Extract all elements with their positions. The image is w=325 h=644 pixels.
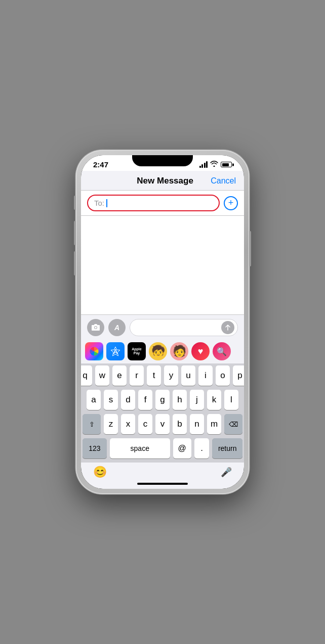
key-y[interactable]: y bbox=[164, 365, 178, 386]
volume-up-button[interactable] bbox=[74, 221, 76, 245]
nav-title: New Message bbox=[137, 176, 193, 186]
keyboard-row-3: ⇧ z x c v b n m ⌫ bbox=[83, 414, 242, 434]
key-n[interactable]: n bbox=[190, 414, 204, 434]
status-time: 2:47 bbox=[93, 160, 108, 169]
key-u[interactable]: u bbox=[181, 365, 195, 386]
notch bbox=[132, 155, 193, 166]
at-key[interactable]: @ bbox=[173, 438, 191, 458]
keyboard-row-2: a s d f g h j k l bbox=[83, 390, 242, 410]
key-a[interactable]: a bbox=[87, 390, 101, 410]
mic-button[interactable]: 🎤 bbox=[221, 467, 232, 478]
photos-app-icon[interactable] bbox=[85, 342, 103, 360]
to-label: To: bbox=[94, 199, 104, 207]
message-area[interactable] bbox=[81, 216, 244, 314]
key-b[interactable]: b bbox=[173, 414, 187, 434]
delete-key[interactable]: ⌫ bbox=[224, 414, 242, 434]
key-x[interactable]: x bbox=[121, 414, 135, 434]
power-button[interactable] bbox=[249, 231, 251, 266]
appstore-app-icon[interactable]: A bbox=[106, 342, 125, 360]
add-contact-button[interactable]: + bbox=[224, 196, 238, 210]
key-c[interactable]: c bbox=[138, 414, 152, 434]
volume-down-button[interactable] bbox=[74, 251, 76, 275]
toolbar: A bbox=[81, 314, 244, 340]
svg-text:A: A bbox=[113, 348, 118, 355]
key-z[interactable]: z bbox=[104, 414, 118, 434]
shift-key[interactable]: ⇧ bbox=[83, 414, 101, 434]
key-m[interactable]: m bbox=[207, 414, 221, 434]
globe-app-icon[interactable]: 🔍 bbox=[213, 342, 231, 360]
keyboard-row-1: q w e r t y u i o p bbox=[83, 365, 242, 386]
cancel-button[interactable]: Cancel bbox=[211, 176, 236, 186]
svg-point-1 bbox=[95, 327, 97, 329]
keyboard: q w e r t y u i o p a s d f g h bbox=[81, 363, 244, 463]
phone-screen: 2:47 bbox=[81, 155, 244, 489]
emoji-button[interactable]: 😊 bbox=[93, 466, 107, 479]
numbers-key[interactable]: 123 bbox=[83, 438, 107, 458]
to-input-field[interactable]: To: bbox=[87, 195, 220, 211]
wifi-icon bbox=[210, 161, 218, 168]
key-t[interactable]: t bbox=[147, 365, 161, 386]
key-w[interactable]: w bbox=[95, 365, 109, 386]
bottom-bar: 😊 🎤 bbox=[81, 463, 244, 481]
key-s[interactable]: s bbox=[104, 390, 118, 410]
key-l[interactable]: l bbox=[224, 390, 238, 410]
key-i[interactable]: i bbox=[198, 365, 213, 386]
memoji1-app-icon[interactable]: 🧒 bbox=[149, 342, 167, 360]
key-e[interactable]: e bbox=[112, 365, 127, 386]
to-field-container: To: + bbox=[81, 191, 244, 216]
home-bar[interactable] bbox=[137, 483, 188, 485]
battery-icon bbox=[221, 162, 232, 167]
camera-button[interactable] bbox=[87, 319, 104, 336]
message-input[interactable] bbox=[130, 319, 238, 336]
mute-button[interactable] bbox=[74, 196, 76, 210]
app-strip: A ApplePay 🧒 🧑 ♥ bbox=[81, 340, 244, 363]
heart-app-icon[interactable]: ♥ bbox=[191, 342, 210, 360]
return-key[interactable]: return bbox=[212, 438, 242, 458]
dot-key[interactable]: . bbox=[194, 438, 210, 458]
screen-content: 2:47 bbox=[81, 155, 244, 489]
app-store-button[interactable]: A bbox=[108, 319, 126, 336]
key-r[interactable]: r bbox=[130, 365, 144, 386]
nav-bar: New Message Cancel bbox=[81, 171, 244, 191]
key-o[interactable]: o bbox=[216, 365, 230, 386]
phone-frame: 2:47 bbox=[76, 150, 249, 494]
space-key[interactable]: space bbox=[110, 438, 170, 458]
key-v[interactable]: v bbox=[155, 414, 170, 434]
applepay-app-icon[interactable]: ApplePay bbox=[128, 342, 146, 360]
status-icons bbox=[199, 161, 232, 168]
battery-fill bbox=[222, 163, 229, 166]
send-button[interactable] bbox=[221, 321, 234, 334]
key-g[interactable]: g bbox=[155, 390, 170, 410]
key-p[interactable]: p bbox=[233, 365, 244, 386]
key-h[interactable]: h bbox=[173, 390, 187, 410]
key-q[interactable]: q bbox=[81, 365, 92, 386]
key-f[interactable]: f bbox=[138, 390, 152, 410]
key-d[interactable]: d bbox=[121, 390, 135, 410]
signal-icon bbox=[199, 161, 208, 168]
keyboard-row-4: 123 space @ . return bbox=[83, 438, 242, 458]
home-indicator-area bbox=[81, 481, 244, 489]
key-j[interactable]: j bbox=[190, 390, 204, 410]
memoji2-app-icon[interactable]: 🧑 bbox=[170, 342, 188, 360]
cursor bbox=[106, 199, 107, 207]
key-k[interactable]: k bbox=[207, 390, 221, 410]
